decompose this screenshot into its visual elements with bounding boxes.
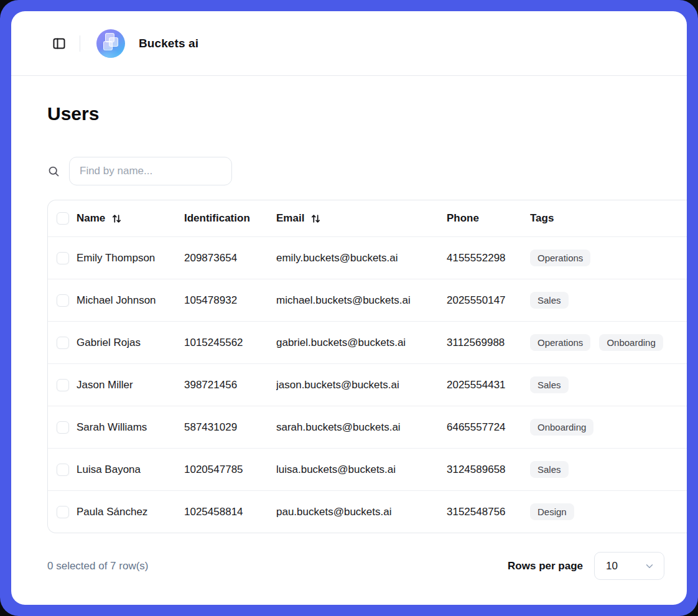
cell-tags: Operations <box>530 250 687 266</box>
sidebar-toggle-button[interactable] <box>50 34 68 53</box>
table-row[interactable]: Sarah Williams 587431029 sarah.buckets@b… <box>48 406 687 448</box>
table-row[interactable]: Jason Miller 398721456 jason.buckets@buc… <box>48 363 687 406</box>
tag-badge: Sales <box>530 461 569 478</box>
cell-email: michael.buckets@buckets.ai <box>276 294 447 307</box>
app-window: Buckets ai Users <box>11 11 687 605</box>
cell-phone: 2025550147 <box>447 294 530 307</box>
cell-name: Sarah Williams <box>77 421 184 434</box>
cell-email: pau.buckets@buckets.ai <box>276 506 447 518</box>
cell-phone: 4155552298 <box>447 252 530 264</box>
cell-name: Gabriel Rojas <box>77 337 184 349</box>
tag-badge: Design <box>530 503 574 520</box>
cell-email: luisa.buckets@buckets.ai <box>276 464 447 476</box>
column-header-tags: Tags <box>530 212 687 225</box>
cell-identification: 1020547785 <box>184 464 276 476</box>
table-header-row: Name Identification Email <box>48 200 687 236</box>
cell-phone: 3124589658 <box>447 464 530 476</box>
users-table: Name Identification Email <box>47 200 687 533</box>
cell-identification: 1025458814 <box>184 506 276 518</box>
search-icon <box>47 165 60 178</box>
row-checkbox[interactable] <box>57 294 69 307</box>
cell-tags: Design <box>530 503 687 520</box>
chevron-down-icon <box>644 561 655 572</box>
cell-identification: 587431029 <box>184 421 276 434</box>
cell-email: jason.buckets@buckets.ai <box>276 379 447 391</box>
table-body: Emily Thompson 209873654 emily.buckets@b… <box>48 236 687 533</box>
tag-badge: Onboarding <box>530 419 593 436</box>
table-row[interactable]: Luisa Bayona 1020547785 luisa.buckets@bu… <box>48 448 687 490</box>
cell-tags: OperationsOnboarding <box>530 334 687 351</box>
column-header-identification: Identification <box>184 212 276 225</box>
cell-identification: 209873654 <box>184 252 276 264</box>
app-title: Buckets ai <box>139 37 198 50</box>
table-footer: 0 selected of 7 row(s) Rows per page 10 <box>47 552 664 580</box>
column-header-phone: Phone <box>447 212 530 225</box>
row-checkbox[interactable] <box>57 252 69 264</box>
cell-name: Jason Miller <box>77 379 184 391</box>
buckets-logo-icon <box>96 29 125 58</box>
cell-phone: 6465557724 <box>447 421 530 434</box>
table-row[interactable]: Emily Thompson 209873654 emily.buckets@b… <box>48 236 687 279</box>
cell-phone: 3152548756 <box>447 506 530 518</box>
select-all-checkbox[interactable] <box>57 212 69 225</box>
tag-badge: Operations <box>530 250 590 266</box>
sort-icon <box>111 213 122 224</box>
row-checkbox[interactable] <box>57 379 69 391</box>
cell-name: Paula Sánchez <box>77 506 184 518</box>
table-row[interactable]: Gabriel Rojas 1015245562 gabriel.buckets… <box>48 321 687 363</box>
row-checkbox[interactable] <box>57 421 69 434</box>
row-checkbox[interactable] <box>57 337 69 349</box>
rows-per-page-value: 10 <box>606 560 618 572</box>
column-header-email[interactable]: Email <box>276 212 447 225</box>
cell-identification: 105478932 <box>184 294 276 307</box>
header-divider <box>80 35 80 52</box>
row-checkbox[interactable] <box>57 464 69 476</box>
panel-left-icon <box>52 36 67 51</box>
cell-name: Emily Thompson <box>77 252 184 264</box>
cell-tags: Sales <box>530 376 687 393</box>
cell-identification: 398721456 <box>184 379 276 391</box>
table-row[interactable]: Paula Sánchez 1025458814 pau.buckets@buc… <box>48 490 687 533</box>
tag-badge: Sales <box>530 376 569 393</box>
cell-identification: 1015245562 <box>184 337 276 349</box>
app-frame: Buckets ai Users <box>0 0 698 616</box>
rows-per-page-select[interactable]: 10 <box>594 552 664 580</box>
sort-icon <box>310 213 321 224</box>
search-input[interactable] <box>69 157 232 185</box>
cell-name: Michael Johnson <box>77 294 184 307</box>
cell-email: sarah.buckets@buckets.ai <box>276 421 447 434</box>
cell-email: gabriel.buckets@buckets.ai <box>276 337 447 349</box>
table-row[interactable]: Michael Johnson 105478932 michael.bucket… <box>48 279 687 321</box>
tag-badge: Operations <box>530 334 590 351</box>
cell-tags: Sales <box>530 292 687 309</box>
selection-status: 0 selected of 7 row(s) <box>47 560 149 572</box>
cell-phone: 2025554431 <box>447 379 530 391</box>
cell-name: Luisa Bayona <box>77 464 184 476</box>
top-bar: Buckets ai <box>11 11 687 76</box>
rows-per-page-label: Rows per page <box>508 560 583 572</box>
column-header-name[interactable]: Name <box>77 212 184 225</box>
page-title: Users <box>47 103 664 124</box>
cell-tags: Onboarding <box>530 419 687 436</box>
cell-tags: Sales <box>530 461 687 478</box>
tag-badge: Sales <box>530 292 569 309</box>
row-checkbox[interactable] <box>57 506 69 518</box>
cell-email: emily.buckets@buckets.ai <box>276 252 447 264</box>
cell-phone: 3112569988 <box>447 337 530 349</box>
tag-badge: Onboarding <box>599 334 663 351</box>
search-row <box>47 157 664 185</box>
